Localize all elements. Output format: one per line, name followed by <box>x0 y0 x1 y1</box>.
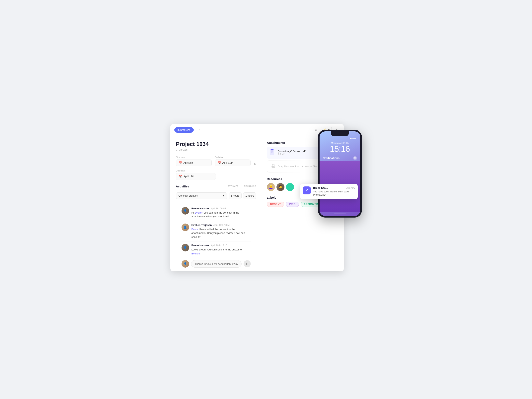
phone-notif-title: Notifications <box>323 156 340 160</box>
comment-date-3: April 10th 15:16 <box>210 244 227 247</box>
comment-text-2: Bruce I have added the concept to the at… <box>191 227 251 239</box>
end-date-input[interactable]: 📅 April 12th <box>215 160 251 166</box>
project-owner: C. Janzen <box>176 148 256 151</box>
mention-2[interactable]: Bruce <box>191 228 198 231</box>
upload-icon <box>271 164 275 169</box>
phone-date: Monday April 10th <box>320 142 360 144</box>
comment-text-3: Looks great! You can send it to the cust… <box>191 248 251 256</box>
notif-app-icon: ✓ <box>303 187 311 194</box>
avatar-bruce-1: 👤 <box>182 207 189 215</box>
notif-time: Just now <box>346 187 355 189</box>
comment-header-3: Bruce Hansen April 10th 15:16 <box>191 244 251 247</box>
send-button[interactable]: ➤ <box>244 260 251 267</box>
svg-rect-7 <box>354 138 354 139</box>
activity-row: Concept creation ▾ 6 hours 1 hours <box>176 190 256 201</box>
comment-header-2: Evelien Thijssen April 10th 10:59 <box>191 224 251 226</box>
notif-app-name: Bruce has... <box>313 187 328 189</box>
add-resource-button[interactable]: + <box>286 183 294 191</box>
label-urgent[interactable]: URGENT <box>267 202 285 207</box>
start-date-value: April 3th <box>184 161 193 164</box>
left-panel: Project 1034 C. Janzen Start date 📅 Apri… <box>170 136 262 271</box>
comment-content-2: Evelien Thijssen April 10th 10:59 Bruce … <box>191 224 251 239</box>
phone-icons <box>350 137 357 140</box>
start-date-label: Start date <box>176 156 212 158</box>
avatar-face-current: 👤 <box>182 260 189 268</box>
svg-rect-4 <box>271 149 273 150</box>
svg-rect-8 <box>355 138 355 139</box>
resource-avatar-1: 👱‍♀️ <box>267 183 275 191</box>
comments-section: 👤 Bruce Hansen April 3th 09:04 Hi Evelie… <box>176 201 256 269</box>
phone-notifications-header: Notifications ✕ <box>320 155 360 161</box>
comment-author-3: Bruce Hansen <box>191 244 209 247</box>
notif-line2: Project 1034 <box>313 193 327 196</box>
notification-popup: ✓ Bruce has... Just now You have been me… <box>300 184 358 200</box>
estimate-col-header: ESTIMATE <box>228 185 238 187</box>
start-date-field: Start date 📅 April 3th <box>176 156 212 166</box>
upload-text: Drag files to upload or browse files <box>278 165 317 168</box>
comment-content-3: Bruce Hansen April 10th 15:16 Looks grea… <box>191 244 251 256</box>
comment-text-1: Hi Evelien you can add the concept in th… <box>191 211 251 218</box>
comment-header-1: Bruce Hansen April 3th 09:04 <box>191 207 251 210</box>
avatar-evelien: 👤 <box>182 224 189 231</box>
calendar-icon-2: 📅 <box>217 161 221 164</box>
date-row: Start date 📅 April 3th End date 📅 April … <box>176 156 256 166</box>
end-date-value: April 12th <box>222 161 233 164</box>
comment-author-1: Bruce Hansen <box>191 207 209 210</box>
comment-input-row: 👤 ➤ <box>182 258 251 268</box>
activities-header: Activities ESTIMATE REMAINING <box>176 185 256 188</box>
comment-date-1: April 3th 09:04 <box>210 207 226 210</box>
activities-section: Activities ESTIMATE REMAINING Concept cr… <box>176 185 256 201</box>
notif-content: Bruce has... Just now You have been ment… <box>313 187 355 197</box>
resource-face-2: 🧔 <box>277 183 285 191</box>
phone-time-block: Monday April 10th 15:16 <box>320 140 360 155</box>
calendar-icon-3: 📅 <box>178 175 182 178</box>
start-date-input[interactable]: 📅 April 3th <box>176 160 212 166</box>
scene: In progress → ☆ ⚡ ▾ ✕ Project 1034 C. Ja… <box>170 124 362 275</box>
refresh-icon[interactable]: ↻ <box>254 162 256 166</box>
col-headers: ESTIMATE REMAINING <box>228 185 256 187</box>
due-date-label: Due date <box>176 169 256 172</box>
comment-item-1: 👤 Bruce Hansen April 3th 09:04 Hi Evelie… <box>182 205 251 221</box>
mention-1[interactable]: Evelien <box>195 211 203 214</box>
status-button[interactable]: In progress <box>174 127 194 133</box>
activity-name: Concept creation <box>178 194 198 197</box>
activity-remaining: 1 hours <box>243 193 256 199</box>
check-icon: ✓ <box>305 188 309 193</box>
label-prio[interactable]: PRIO <box>286 202 299 207</box>
notif-line1: You have been mentioned in card <box>313 190 349 193</box>
phone-status-bar <box>320 136 360 140</box>
avatar-bruce-2: 👤 <box>182 244 189 251</box>
end-date-label: End date <box>215 156 251 158</box>
avatar-face-2: 👤 <box>182 224 189 231</box>
activities-title: Activities <box>176 185 189 188</box>
due-date-input[interactable]: 📅 April 12th <box>176 173 216 180</box>
activity-estimate: 6 hours <box>228 193 241 199</box>
project-title: Project 1034 <box>176 141 256 147</box>
notif-text: You have been mentioned in card Project … <box>313 190 355 197</box>
dropdown-chevron: ▾ <box>223 194 224 197</box>
phone-home-bar <box>334 213 346 214</box>
due-date-value: April 12th <box>184 175 195 178</box>
star-button[interactable]: ☆ <box>313 127 319 133</box>
phone-notif-close[interactable]: ✕ <box>353 156 357 160</box>
avatar-current-user: 👤 <box>182 260 189 268</box>
forward-button[interactable]: → <box>196 127 203 133</box>
comment-item-3: 👤 Bruce Hansen April 10th 15:16 Looks gr… <box>182 242 251 258</box>
mention-3[interactable]: Evelien <box>191 252 200 255</box>
notif-header: Bruce has... Just now <box>313 187 355 189</box>
calendar-icon: 📅 <box>178 161 182 164</box>
comment-author-2: Evelien Thijssen <box>191 224 212 226</box>
avatar-face: 👤 <box>182 207 189 215</box>
comment-content-1: Bruce Hansen April 3th 09:04 Hi Evelien … <box>191 207 251 218</box>
svg-rect-9 <box>355 138 356 139</box>
avatar-face-3: 👤 <box>182 244 189 251</box>
activity-dropdown[interactable]: Concept creation ▾ <box>176 193 227 199</box>
resource-face-1: 👱‍♀️ <box>267 183 275 191</box>
due-date-section: Due date 📅 April 12th <box>176 169 256 180</box>
end-date-field: End date 📅 April 12th <box>215 156 251 166</box>
comment-input[interactable] <box>191 260 241 268</box>
comment-item-2: 👤 Evelien Thijssen April 10th 10:59 Bruc… <box>182 221 251 242</box>
header-left: In progress → <box>174 127 203 133</box>
comment-date-2: April 10th 10:59 <box>213 224 230 226</box>
card-header: In progress → ☆ ⚡ ▾ ✕ <box>170 124 344 136</box>
